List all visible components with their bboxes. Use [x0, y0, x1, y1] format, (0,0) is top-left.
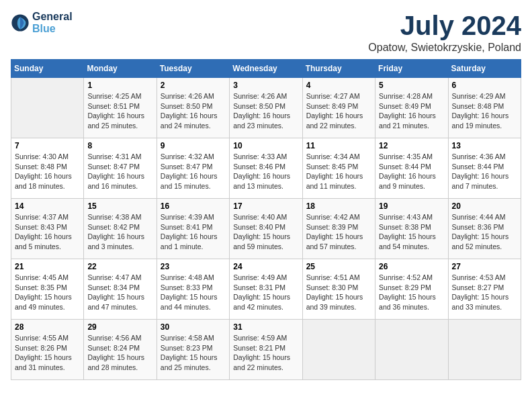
header-friday: Friday — [375, 60, 448, 78]
calendar-cell: 16Sunrise: 4:39 AM Sunset: 8:41 PM Dayli… — [157, 199, 229, 259]
calendar-week-2: 7Sunrise: 4:30 AM Sunset: 8:48 PM Daylig… — [11, 138, 521, 199]
day-number: 8 — [87, 141, 152, 150]
day-number: 13 — [452, 141, 517, 150]
day-info: Sunrise: 4:26 AM Sunset: 8:50 PM Dayligh… — [161, 91, 226, 131]
calendar-cell: 26Sunrise: 4:52 AM Sunset: 8:29 PM Dayli… — [375, 259, 448, 320]
calendar-cell: 18Sunrise: 4:42 AM Sunset: 8:39 PM Dayli… — [302, 199, 375, 259]
day-number: 20 — [452, 201, 517, 211]
day-info: Sunrise: 4:40 AM Sunset: 8:40 PM Dayligh… — [233, 212, 298, 252]
calendar-header-row: Sunday Monday Tuesday Wednesday Thursday… — [11, 60, 521, 78]
day-number: 6 — [452, 81, 517, 90]
day-info: Sunrise: 4:31 AM Sunset: 8:47 PM Dayligh… — [87, 152, 152, 191]
calendar-cell: 23Sunrise: 4:48 AM Sunset: 8:33 PM Dayli… — [157, 259, 229, 320]
calendar-cell: 22Sunrise: 4:47 AM Sunset: 8:34 PM Dayli… — [84, 259, 157, 320]
day-number: 18 — [306, 201, 371, 211]
logo-text-general: General — [32, 11, 73, 23]
calendar-cell: 10Sunrise: 4:33 AM Sunset: 8:46 PM Dayli… — [230, 138, 302, 199]
calendar-cell: 30Sunrise: 4:58 AM Sunset: 8:23 PM Dayli… — [157, 320, 229, 380]
calendar-cell: 12Sunrise: 4:35 AM Sunset: 8:44 PM Dayli… — [375, 138, 448, 199]
calendar-cell: 19Sunrise: 4:43 AM Sunset: 8:38 PM Dayli… — [375, 199, 448, 259]
day-number: 12 — [379, 141, 444, 150]
day-number: 30 — [161, 322, 226, 332]
header-monday: Monday — [84, 60, 157, 78]
calendar-cell: 6Sunrise: 4:29 AM Sunset: 8:48 PM Daylig… — [448, 78, 521, 138]
calendar-cell: 4Sunrise: 4:27 AM Sunset: 8:49 PM Daylig… — [302, 78, 375, 138]
day-number: 16 — [161, 201, 226, 211]
day-info: Sunrise: 4:32 AM Sunset: 8:47 PM Dayligh… — [161, 152, 226, 191]
calendar-cell: 27Sunrise: 4:53 AM Sunset: 8:27 PM Dayli… — [448, 259, 521, 320]
calendar-cell: 11Sunrise: 4:34 AM Sunset: 8:45 PM Dayli… — [302, 138, 375, 199]
day-info: Sunrise: 4:43 AM Sunset: 8:38 PM Dayligh… — [379, 212, 444, 252]
day-number: 23 — [161, 262, 226, 271]
header-wednesday: Wednesday — [230, 60, 302, 78]
title-area: July 2024 Opatow, Swietokrzyskie, Poland — [368, 11, 521, 54]
calendar-week-3: 14Sunrise: 4:37 AM Sunset: 8:43 PM Dayli… — [11, 199, 521, 259]
logo-text-blue: Blue — [32, 23, 73, 35]
day-info: Sunrise: 4:39 AM Sunset: 8:41 PM Dayligh… — [161, 212, 226, 252]
day-info: Sunrise: 4:42 AM Sunset: 8:39 PM Dayligh… — [306, 212, 371, 252]
day-info: Sunrise: 4:56 AM Sunset: 8:24 PM Dayligh… — [87, 333, 152, 373]
calendar-cell: 14Sunrise: 4:37 AM Sunset: 8:43 PM Dayli… — [11, 199, 84, 259]
day-info: Sunrise: 4:27 AM Sunset: 8:49 PM Dayligh… — [306, 91, 371, 131]
day-number: 9 — [161, 141, 226, 150]
day-info: Sunrise: 4:30 AM Sunset: 8:48 PM Dayligh… — [15, 152, 80, 191]
day-info: Sunrise: 4:51 AM Sunset: 8:30 PM Dayligh… — [306, 273, 371, 312]
day-info: Sunrise: 4:55 AM Sunset: 8:26 PM Dayligh… — [15, 333, 80, 373]
calendar-cell: 21Sunrise: 4:45 AM Sunset: 8:35 PM Dayli… — [11, 259, 84, 320]
calendar-cell: 9Sunrise: 4:32 AM Sunset: 8:47 PM Daylig… — [157, 138, 229, 199]
calendar-table: Sunday Monday Tuesday Wednesday Thursday… — [11, 59, 521, 380]
calendar-cell: 31Sunrise: 4:59 AM Sunset: 8:21 PM Dayli… — [230, 320, 302, 380]
day-number: 17 — [233, 201, 298, 211]
day-info: Sunrise: 4:44 AM Sunset: 8:36 PM Dayligh… — [452, 212, 517, 252]
day-info: Sunrise: 4:59 AM Sunset: 8:21 PM Dayligh… — [233, 333, 298, 373]
calendar-cell: 28Sunrise: 4:55 AM Sunset: 8:26 PM Dayli… — [11, 320, 84, 380]
calendar-cell: 17Sunrise: 4:40 AM Sunset: 8:40 PM Dayli… — [230, 199, 302, 259]
day-number: 25 — [306, 262, 371, 271]
calendar-cell: 29Sunrise: 4:56 AM Sunset: 8:24 PM Dayli… — [84, 320, 157, 380]
day-info: Sunrise: 4:34 AM Sunset: 8:45 PM Dayligh… — [306, 152, 371, 191]
calendar-week-1: 1Sunrise: 4:25 AM Sunset: 8:51 PM Daylig… — [11, 78, 521, 138]
header-thursday: Thursday — [302, 60, 375, 78]
day-info: Sunrise: 4:25 AM Sunset: 8:51 PM Dayligh… — [87, 91, 152, 131]
logo-icon — [11, 13, 30, 32]
day-info: Sunrise: 4:36 AM Sunset: 8:44 PM Dayligh… — [452, 152, 517, 191]
calendar-week-5: 28Sunrise: 4:55 AM Sunset: 8:26 PM Dayli… — [11, 320, 521, 380]
calendar-cell: 5Sunrise: 4:28 AM Sunset: 8:49 PM Daylig… — [375, 78, 448, 138]
calendar-cell: 8Sunrise: 4:31 AM Sunset: 8:47 PM Daylig… — [84, 138, 157, 199]
calendar-cell — [302, 320, 375, 380]
page-header: General Blue July 2024 Opatow, Swietokrz… — [11, 11, 521, 54]
day-number: 31 — [233, 322, 298, 332]
header-saturday: Saturday — [448, 60, 521, 78]
location-title: Opatow, Swietokrzyskie, Poland — [368, 42, 521, 54]
day-number: 24 — [233, 262, 298, 271]
calendar-cell: 25Sunrise: 4:51 AM Sunset: 8:30 PM Dayli… — [302, 259, 375, 320]
day-info: Sunrise: 4:29 AM Sunset: 8:48 PM Dayligh… — [452, 91, 517, 131]
day-number: 28 — [15, 322, 80, 332]
day-number: 3 — [233, 81, 298, 90]
day-number: 5 — [379, 81, 444, 90]
calendar-cell: 3Sunrise: 4:26 AM Sunset: 8:50 PM Daylig… — [230, 78, 302, 138]
calendar-week-4: 21Sunrise: 4:45 AM Sunset: 8:35 PM Dayli… — [11, 259, 521, 320]
calendar-cell: 24Sunrise: 4:49 AM Sunset: 8:31 PM Dayli… — [230, 259, 302, 320]
day-info: Sunrise: 4:37 AM Sunset: 8:43 PM Dayligh… — [15, 212, 80, 252]
day-number: 27 — [452, 262, 517, 271]
day-info: Sunrise: 4:58 AM Sunset: 8:23 PM Dayligh… — [161, 333, 226, 373]
day-info: Sunrise: 4:48 AM Sunset: 8:33 PM Dayligh… — [161, 273, 226, 312]
day-info: Sunrise: 4:28 AM Sunset: 8:49 PM Dayligh… — [379, 91, 444, 131]
logo: General Blue — [11, 11, 73, 35]
day-number: 4 — [306, 81, 371, 90]
day-info: Sunrise: 4:52 AM Sunset: 8:29 PM Dayligh… — [379, 273, 444, 312]
calendar-cell: 20Sunrise: 4:44 AM Sunset: 8:36 PM Dayli… — [448, 199, 521, 259]
day-number: 22 — [87, 262, 152, 271]
calendar-cell: 15Sunrise: 4:38 AM Sunset: 8:42 PM Dayli… — [84, 199, 157, 259]
day-number: 11 — [306, 141, 371, 150]
calendar-cell — [448, 320, 521, 380]
calendar-cell: 13Sunrise: 4:36 AM Sunset: 8:44 PM Dayli… — [448, 138, 521, 199]
day-info: Sunrise: 4:53 AM Sunset: 8:27 PM Dayligh… — [452, 273, 517, 312]
calendar-cell — [375, 320, 448, 380]
day-number: 2 — [161, 81, 226, 90]
calendar-cell: 7Sunrise: 4:30 AM Sunset: 8:48 PM Daylig… — [11, 138, 84, 199]
day-number: 26 — [379, 262, 444, 271]
day-number: 21 — [15, 262, 80, 271]
day-number: 15 — [87, 201, 152, 211]
